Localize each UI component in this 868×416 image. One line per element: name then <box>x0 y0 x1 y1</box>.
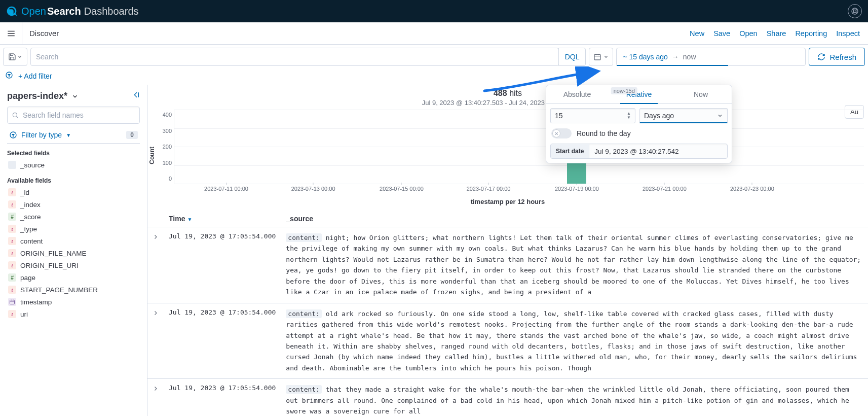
round-label: Round to the day <box>577 129 631 137</box>
y-tick: 300 <box>163 128 172 134</box>
refresh-button[interactable]: Refresh <box>809 48 865 66</box>
brand-search: Search <box>47 6 81 17</box>
field-item[interactable]: t content <box>7 235 140 247</box>
add-filter-button[interactable]: + Add filter <box>18 72 52 80</box>
chevron-down-icon <box>603 54 609 59</box>
field-item[interactable]: # _score <box>7 211 140 223</box>
doc-source: content: old ark rocked so furiously. On… <box>281 303 868 379</box>
field-name: timestamp <box>20 298 52 306</box>
relative-expression-badge: now-15d <box>611 87 637 94</box>
x-tick: 2023-07-15 00:00 <box>380 186 424 192</box>
table-row: Jul 19, 2023 @ 17:05:54.000 content: tha… <box>147 379 868 416</box>
filter-menu-button[interactable] <box>5 71 13 81</box>
field-item[interactable]: t uri <box>7 308 140 320</box>
field-name: _score <box>20 213 41 221</box>
field-search-placeholder: Search field names <box>23 111 84 119</box>
field-type-icon: t <box>8 249 16 257</box>
chevron-down-icon[interactable] <box>71 93 79 100</box>
expand-row-button[interactable] <box>147 227 164 303</box>
refresh-label: Refresh <box>829 53 856 61</box>
chevron-right-icon <box>153 310 159 316</box>
action-new[interactable]: New <box>690 29 704 38</box>
field-type-icon <box>8 161 16 169</box>
expand-row-button[interactable] <box>147 303 164 379</box>
index-pattern-select[interactable]: papers-index* <box>7 91 67 101</box>
action-open[interactable]: Open <box>739 29 757 38</box>
field-name: _type <box>20 225 37 233</box>
expand-row-button[interactable] <box>147 379 164 416</box>
chevron-right-icon <box>153 234 159 240</box>
lifebuoy-icon <box>851 7 859 15</box>
field-item[interactable]: t _type <box>7 223 140 235</box>
collapse-icon <box>132 91 140 99</box>
action-inspect[interactable]: Inspect <box>836 29 860 38</box>
field-type-icon: t <box>8 225 16 233</box>
start-date-display[interactable]: Start date Jul 9, 2023 @ 13:40:27.542 <box>550 144 728 159</box>
results-panel: 488 hits Jul 9, 2023 @ 13:40:27.503 - Ju… <box>147 85 868 416</box>
field-item[interactable]: _source <box>7 159 140 171</box>
search-placeholder: Search <box>36 53 58 61</box>
field-item[interactable]: t _index <box>7 198 140 211</box>
dql-toggle[interactable]: DQL <box>558 48 586 66</box>
field-item[interactable]: t START_PAGE_NUMBER <box>7 284 140 296</box>
tab-absolute[interactable]: Absolute <box>546 85 608 103</box>
field-name: ORIGIN_FILE_URI <box>20 262 79 269</box>
field-item[interactable]: t _id <box>7 186 140 198</box>
field-name: START_PAGE_NUMBER <box>20 286 98 294</box>
refresh-icon <box>817 53 825 61</box>
action-share[interactable]: Share <box>767 29 786 38</box>
nav-toggle-button[interactable] <box>0 22 22 45</box>
help-button[interactable] <box>848 4 862 18</box>
field-item[interactable]: t ORIGIN_FILE_NAME <box>7 247 140 259</box>
relative-amount-value: 15 <box>555 112 563 120</box>
tab-relative[interactable]: now-15d Relative <box>608 85 670 103</box>
field-name: _source <box>20 161 45 169</box>
round-to-day-switch[interactable]: ✕ <box>551 128 572 138</box>
search-icon <box>12 112 19 119</box>
y-tick: 100 <box>163 160 172 166</box>
number-stepper[interactable]: ▲▼ <box>627 112 631 120</box>
tab-now[interactable]: Now <box>670 85 732 103</box>
field-type-icon: # <box>8 273 16 282</box>
filter-row: + Add filter <box>0 69 868 85</box>
sort-desc-icon: ▼ <box>187 217 192 222</box>
chevron-down-icon <box>17 54 22 59</box>
calendar-icon <box>593 53 601 61</box>
field-name: _index <box>20 201 41 209</box>
field-name: uri <box>20 310 28 318</box>
field-item[interactable]: timestamp <box>7 296 140 308</box>
y-tick: 0 <box>169 176 172 182</box>
field-name: content <box>20 237 43 245</box>
x-tick: 2023-07-23 00:00 <box>730 186 774 192</box>
doc-time: Jul 19, 2023 @ 17:05:54.000 <box>164 227 281 303</box>
search-input[interactable]: Search <box>30 48 559 66</box>
field-type-icon: t <box>8 261 16 269</box>
field-search-input[interactable]: Search field names <box>7 107 140 124</box>
action-reporting[interactable]: Reporting <box>795 29 827 38</box>
action-save[interactable]: Save <box>713 29 730 38</box>
collapse-sidebar-button[interactable] <box>132 91 140 101</box>
filter-by-type-row[interactable]: Filter by type ▼ 0 <box>7 127 140 144</box>
brand-dash: Dashboards <box>84 6 139 17</box>
arrow-right-icon: → <box>672 53 679 61</box>
field-name: ORIGIN_FILE_NAME <box>20 250 87 257</box>
doc-source: content: that they made a straight wake … <box>281 379 868 416</box>
x-tick: 2023-07-11 00:00 <box>204 186 248 192</box>
field-item[interactable]: # page <box>7 271 140 284</box>
doc-time: Jul 19, 2023 @ 17:05:54.000 <box>164 303 281 379</box>
histogram-chart[interactable]: Count 4003002001000 2023-07-11 00:00 202… <box>147 110 868 196</box>
hits-count: 488 <box>494 89 507 97</box>
field-type-icon <box>8 298 16 306</box>
y-tick: 400 <box>163 112 172 118</box>
relative-unit-select[interactable]: Days ago <box>639 108 728 123</box>
quick-range-button[interactable] <box>589 48 613 66</box>
field-type-icon: t <box>8 188 16 196</box>
brand[interactable]: Open Search Dashboards <box>6 6 139 17</box>
field-item[interactable]: t ORIGIN_FILE_URI <box>7 259 140 271</box>
col-time[interactable]: Time▼ <box>164 211 281 227</box>
date-range-button[interactable]: ~ 15 days ago → now <box>616 48 806 66</box>
relative-amount-input[interactable]: 15 ▲▼ <box>550 108 635 123</box>
saved-queries-button[interactable] <box>3 48 27 66</box>
col-source[interactable]: _source <box>281 211 868 227</box>
start-date-value: Jul 9, 2023 @ 13:40:27.542 <box>589 144 684 158</box>
